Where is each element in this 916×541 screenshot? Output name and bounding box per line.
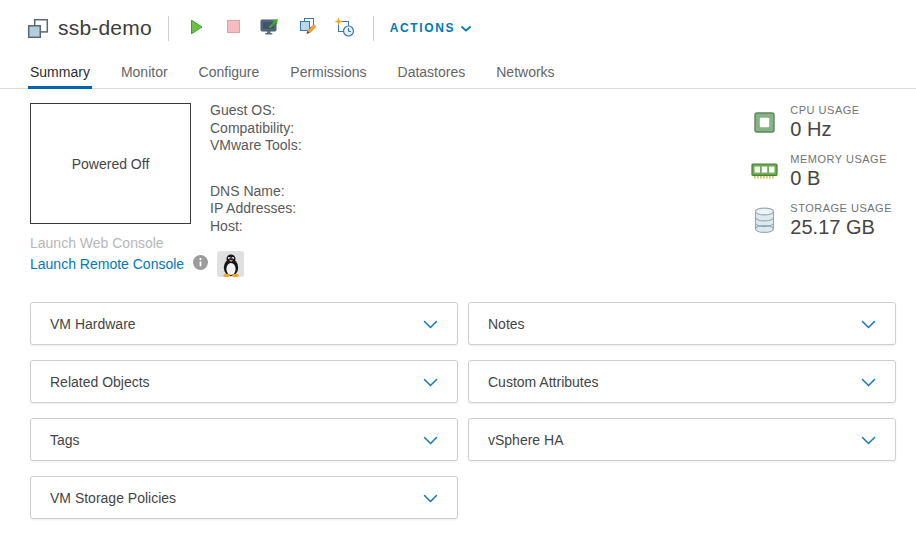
tab-label: Monitor: [121, 64, 168, 80]
storage-usage-row: STORAGE USAGE 25.17 GB: [751, 202, 892, 239]
vm-summary-page: ssb-demo: [0, 0, 916, 541]
page-title: ssb-demo: [58, 16, 152, 40]
vm-icon: [27, 18, 49, 39]
memory-usage-label: MEMORY USAGE: [790, 153, 887, 165]
field-host: Host:: [210, 218, 302, 236]
panel-custom-attributes[interactable]: Custom Attributes: [468, 360, 896, 403]
snapshot-button[interactable]: [333, 16, 357, 40]
vm-toolbar: [185, 16, 357, 40]
panel-vm-hardware[interactable]: VM Hardware: [30, 302, 458, 345]
tab-datastores[interactable]: Datastores: [398, 56, 466, 88]
linux-guest-icon: [217, 251, 244, 277]
tab-label: Datastores: [398, 64, 466, 80]
panel-title: Tags: [50, 432, 80, 448]
actions-label: ACTIONS: [390, 21, 455, 35]
chevron-down-icon: [861, 373, 876, 391]
panel-title: VM Hardware: [50, 316, 136, 332]
tab-label: Networks: [496, 64, 554, 80]
usage-stats: CPU USAGE 0 Hz: [751, 104, 892, 251]
power-on-icon: [190, 19, 203, 38]
chevron-down-icon: [861, 315, 876, 333]
info-icon[interactable]: [193, 255, 208, 274]
storage-usage-value: 25.17 GB: [790, 216, 892, 239]
field-guest-os: Guest OS:: [210, 102, 302, 120]
tab-label: Permissions: [290, 64, 366, 80]
panel-title: Notes: [488, 316, 525, 332]
panel-title: VM Storage Policies: [50, 490, 176, 506]
power-on-button[interactable]: [185, 16, 209, 40]
panel-tags[interactable]: Tags: [30, 418, 458, 461]
field-ip-addresses: IP Addresses:: [210, 200, 302, 218]
tab-summary[interactable]: Summary: [30, 56, 90, 88]
divider: [373, 16, 374, 41]
tab-configure[interactable]: Configure: [199, 56, 260, 88]
remote-console-row: Launch Remote Console: [30, 251, 244, 277]
panel-title: Related Objects: [50, 374, 150, 390]
field-vmware-tools: VMware Tools:: [210, 137, 302, 155]
cpu-usage-row: CPU USAGE 0 Hz: [751, 104, 892, 141]
panel-vm-storage-policies[interactable]: VM Storage Policies: [30, 476, 458, 519]
power-off-button[interactable]: [222, 16, 246, 40]
edit-settings-icon: [298, 17, 318, 39]
panel-title: Custom Attributes: [488, 374, 599, 390]
memory-usage-value: 0 B: [790, 167, 887, 190]
snapshot-icon: [334, 17, 355, 40]
spacer: [210, 155, 302, 183]
tab-label: Summary: [30, 64, 90, 80]
chevron-down-icon: [423, 315, 438, 333]
field-dns-name: DNS Name:: [210, 183, 302, 201]
launch-console-icon: [260, 17, 281, 40]
power-off-icon: [227, 20, 240, 36]
vm-tab-bar: Summary Monitor Configure Permissions Da…: [0, 56, 916, 89]
tab-label: Configure: [199, 64, 260, 80]
panel-vsphere-ha[interactable]: vSphere HA: [468, 418, 896, 461]
storage-usage-label: STORAGE USAGE: [790, 202, 892, 214]
vm-header: ssb-demo: [0, 0, 916, 56]
memory-icon: [751, 153, 778, 190]
field-compatibility: Compatibility:: [210, 120, 302, 138]
storage-icon: [751, 202, 778, 239]
divider: [168, 16, 169, 41]
panel-notes[interactable]: Notes: [468, 302, 896, 345]
cpu-usage-value: 0 Hz: [790, 118, 859, 141]
vm-console-thumbnail[interactable]: Powered Off: [30, 103, 191, 224]
launch-web-console-link: Launch Web Console: [30, 235, 164, 251]
memory-usage-row: MEMORY USAGE 0 B: [751, 153, 892, 190]
tab-permissions[interactable]: Permissions: [290, 56, 366, 88]
chevron-down-icon: [461, 21, 471, 35]
actions-menu-button[interactable]: ACTIONS: [390, 21, 471, 35]
tab-networks[interactable]: Networks: [496, 56, 554, 88]
launch-remote-console-link[interactable]: Launch Remote Console: [30, 256, 184, 272]
chevron-down-icon: [423, 373, 438, 391]
launch-console-button[interactable]: [259, 16, 283, 40]
power-state-label: Powered Off: [72, 156, 150, 172]
panel-related-objects[interactable]: Related Objects: [30, 360, 458, 403]
cpu-usage-label: CPU USAGE: [790, 104, 859, 116]
edit-settings-button[interactable]: [296, 16, 320, 40]
tab-monitor[interactable]: Monitor: [121, 56, 168, 88]
chevron-down-icon: [423, 489, 438, 507]
cpu-icon: [751, 104, 778, 141]
panel-column-left: VM Hardware Related Objects Tags VM Stor…: [30, 302, 458, 519]
chevron-down-icon: [423, 431, 438, 449]
panel-column-right: Notes Custom Attributes vSphere HA: [468, 302, 896, 461]
panel-title: vSphere HA: [488, 432, 563, 448]
chevron-down-icon: [861, 431, 876, 449]
guest-info-fields: Guest OS: Compatibility: VMware Tools: D…: [210, 102, 302, 235]
